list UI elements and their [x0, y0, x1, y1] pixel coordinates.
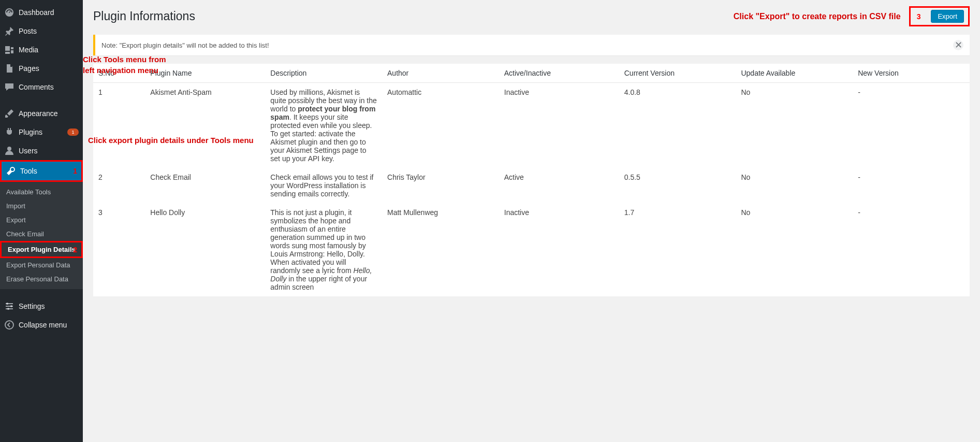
annotation-number-2: 2 [73, 246, 77, 254]
submenu-label: Export Personal Data [6, 261, 70, 269]
plugin-update-badge: 1 [67, 129, 79, 136]
cell-update: No [736, 83, 853, 168]
submenu-export[interactable]: Export [0, 213, 83, 227]
submenu-label: Import [6, 202, 25, 210]
cell-version: 0.5.5 [619, 168, 736, 203]
sidebar-item-label: Pages [19, 64, 79, 73]
annotation-text-1: Click Tools menu from left navigation me… [83, 54, 171, 76]
table-row: 2Check EmailCheck email allows you to te… [93, 168, 970, 203]
sidebar-item-plugins[interactable]: Plugins 1 [0, 123, 83, 141]
sidebar-item-label: Plugins [19, 128, 65, 136]
sidebar-item-label: Dashboard [19, 8, 79, 17]
annotation-text-3: Click "Export" to create reports in CSV … [734, 12, 901, 21]
cell-update: No [736, 203, 853, 296]
cell-version: 4.0.8 [619, 83, 736, 168]
col-status: Active/Inactive [499, 64, 619, 83]
submenu-export-plugin-details[interactable]: Export Plugin Details 2 [2, 243, 81, 256]
table-row: 3Hello DollyThis is not just a plugin, i… [93, 203, 970, 296]
sidebar-item-label: Settings [19, 302, 79, 310]
collapse-menu[interactable]: Collapse menu [0, 316, 83, 334]
export-button[interactable]: Export [931, 10, 964, 23]
page-header: Plugin Informations Click "Export" to cr… [93, 0, 970, 35]
submenu-available-tools[interactable]: Available Tools [0, 185, 83, 199]
cell-status: Active [499, 168, 619, 203]
cell-description: Used by millions, Akismet is quite possi… [265, 83, 382, 168]
col-update: Update Available [736, 64, 853, 83]
submenu-import[interactable]: Import [0, 199, 83, 213]
notice-text: Note: "Export plugin details" will not b… [101, 41, 953, 49]
sliders-icon [4, 301, 14, 311]
media-icon [4, 45, 14, 55]
sidebar-item-label: Posts [19, 27, 79, 35]
pages-icon [4, 63, 14, 74]
sidebar-item-users[interactable]: Users [0, 141, 83, 160]
cell-sno: 3 [93, 203, 145, 296]
main-content: Click Tools menu from left navigation me… [83, 0, 980, 442]
sidebar-item-tools[interactable]: Tools 1 [2, 162, 81, 180]
plugin-table: S.No Plugin Name Description Author Acti… [93, 64, 970, 296]
admin-sidebar: Dashboard Posts Media Pages Comments App… [0, 0, 83, 442]
sidebar-item-pages[interactable]: Pages [0, 59, 83, 78]
annotation-box-1: Tools 1 [0, 160, 83, 182]
cell-sno: 2 [93, 168, 145, 203]
cell-update: No [736, 168, 853, 203]
dismiss-notice-button[interactable]: ✕ [953, 40, 963, 50]
menu-separator [0, 99, 83, 102]
svg-point-2 [7, 308, 9, 310]
submenu-label: Erase Personal Data [6, 275, 68, 283]
submenu-label: Available Tools [6, 188, 51, 196]
cell-status: Inactive [499, 83, 619, 168]
cell-author: Chris Taylor [382, 168, 499, 203]
svg-point-3 [5, 321, 13, 329]
sidebar-item-label: Tools [20, 167, 77, 175]
col-description: Description [265, 64, 382, 83]
sidebar-item-posts[interactable]: Posts [0, 22, 83, 40]
collapse-label: Collapse menu [19, 321, 79, 329]
table-header-row: S.No Plugin Name Description Author Acti… [93, 64, 970, 83]
notice-warning: Note: "Export plugin details" will not b… [93, 35, 970, 55]
submenu-erase-personal-data[interactable]: Erase Personal Data [0, 272, 83, 286]
brush-icon [4, 108, 14, 119]
cell-author: Matt Mullenweg [382, 203, 499, 296]
collapse-icon [4, 320, 14, 330]
sidebar-item-comments[interactable]: Comments [0, 78, 83, 96]
menu-separator [0, 292, 83, 294]
plug-icon [4, 127, 14, 137]
sidebar-item-dashboard[interactable]: Dashboard [0, 3, 83, 22]
submenu-export-personal-data[interactable]: Export Personal Data [0, 258, 83, 272]
cell-newver: - [853, 203, 970, 296]
submenu-label: Export Plugin Details [8, 246, 76, 253]
sidebar-item-settings[interactable]: Settings [0, 297, 83, 316]
cell-newver: - [853, 83, 970, 168]
cell-author: Automattic [382, 83, 499, 168]
sidebar-item-label: Appearance [19, 109, 79, 118]
annotation-text-2: Click export plugin details under Tools … [88, 135, 254, 146]
user-icon [4, 146, 14, 156]
cell-description: This is not just a plugin, it symbolizes… [265, 203, 382, 296]
svg-point-0 [6, 303, 8, 305]
annotation-box-2: Export Plugin Details 2 [0, 241, 83, 258]
sidebar-item-media[interactable]: Media [0, 40, 83, 59]
close-icon: ✕ [955, 40, 962, 50]
cell-description: Check email allows you to test if your W… [265, 168, 382, 203]
pin-icon [4, 26, 14, 36]
sidebar-item-label: Users [19, 147, 79, 155]
cell-status: Inactive [499, 203, 619, 296]
submenu-label: Check Email [6, 230, 44, 238]
cell-version: 1.7 [619, 203, 736, 296]
submenu-check-email[interactable]: Check Email [0, 227, 83, 241]
cell-name: Akismet Anti-Spam [145, 83, 265, 168]
sidebar-item-appearance[interactable]: Appearance [0, 104, 83, 123]
cell-name: Check Email [145, 168, 265, 203]
col-version: Current Version [619, 64, 736, 83]
col-author: Author [382, 64, 499, 83]
annotation-box-3: 3 Export [909, 6, 970, 26]
dashboard-icon [4, 7, 14, 18]
sidebar-item-label: Comments [19, 83, 79, 91]
svg-point-1 [10, 305, 12, 307]
sidebar-item-label: Media [19, 46, 79, 54]
cell-name: Hello Dolly [145, 203, 265, 296]
wrench-icon [6, 166, 16, 176]
annotation-number-1: 1 [73, 167, 77, 175]
cell-sno: 1 [93, 83, 145, 168]
